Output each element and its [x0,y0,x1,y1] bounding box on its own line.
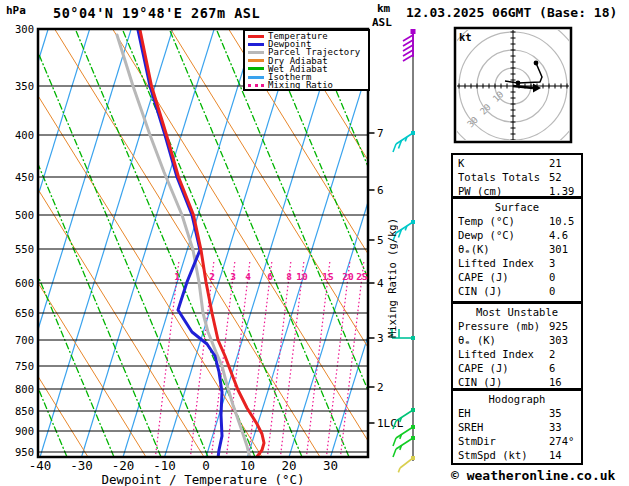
pressure-tick-label: 850 [15,405,34,417]
stat-value: 303 [549,333,568,347]
temp-tick-label: 0 [202,458,210,473]
pressure-tick-label: 550 [15,243,34,255]
pressure-tick-label: 700 [15,334,34,346]
wind-barb [393,131,415,152]
stat-value: 52 [549,170,562,184]
table-title: Hodograph [453,392,581,406]
temp-tick-label: 10 [240,458,255,473]
isotherm-line [0,29,90,457]
legend-item-label: Mixing Ratio [268,81,333,89]
stat-label: K [458,156,549,170]
stat-label: Dewp (°C) [458,228,549,242]
mixing-ratio-axis-label: Mixing Ratio (g/kg) [386,218,398,338]
table-title: Most Unstable [453,305,581,319]
temp-tick-label: -10 [153,458,176,473]
stat-value: 0 [549,270,555,284]
mixing-ratio-label: 6 [267,271,273,282]
stat-label: θₑ(K) [458,242,549,256]
table-row: Temp (°C)10.5 [453,214,581,228]
temp-tick-label: 20 [281,458,296,473]
stat-label: EH [458,406,549,420]
x-axis-title: Dewpoint / Temperature (°C) [38,472,368,486]
table-row: Pressure (mb)925 [453,319,581,333]
stat-value: 16 [549,375,562,389]
legend-line-sample [248,67,264,70]
pressure-tick-label: 800 [15,383,34,395]
credit-line: © weatheronline.co.uk [451,468,615,483]
legend-line-sample [248,51,264,54]
km-tick-label: 2 [377,381,384,394]
km-tick-label: 4 [377,277,384,290]
wet-adiabat-line [28,29,208,457]
stat-label: CAPE (J) [458,270,549,284]
isotherm-line [206,29,339,457]
isotherm-line [0,29,7,457]
legend-line-sample [248,84,264,87]
mixing-ratio-label: 8 [286,271,292,282]
temp-tick-label: 30 [323,458,338,473]
altitude-axis-unit-asl: ASL [372,16,392,29]
legend-item: Mixing Ratio [248,81,368,89]
legend-line-sample [248,35,264,38]
pressure-axis-unit: hPa [6,4,26,17]
stat-value: 274° [549,434,574,448]
hodograph-trace-dot [516,81,521,86]
pressure-tick-label: 900 [15,425,34,437]
surface-table: SurfaceTemp (°C)10.5Dewp (°C)4.6θₑ(K)301… [451,197,583,303]
stat-label: CIN (J) [458,375,549,389]
temp-tick-label: -20 [112,458,135,473]
mixing-ratio-label: 15 [322,271,334,282]
isotherm-line [248,29,381,457]
mixing-ratio-label: 2 [209,271,215,282]
pressure-tick-label: 950 [15,446,34,458]
mixing-ratio-line [226,262,249,457]
temp-tick-label: -30 [70,458,93,473]
hodograph-trace-dot [534,61,539,66]
stat-label: θₑ (K) [458,333,549,347]
table-row: CIN (J)0 [453,284,581,298]
legend: TemperatureDewpointParcel TrajectoryDry … [243,29,370,91]
stat-value: 3 [549,256,555,270]
legend-line-sample [248,59,264,62]
mixing-ratio-label: 1 [174,271,180,282]
stat-label: CIN (J) [458,284,549,298]
mixing-ratio-label: 3 [230,271,236,282]
mixing-ratio-label: 20 [342,271,354,282]
page-title: 50°04'N 19°48'E 267m ASL [53,5,260,21]
pressure-tick-label: 300 [15,23,34,35]
table-row: θₑ (K)303 [453,333,581,347]
stat-value: 33 [549,420,562,434]
wet-adiabat-line [263,29,443,457]
stat-value: 925 [549,319,568,333]
hodograph-table: HodographEH35SREH33StmDir274°StmSpd (kt)… [451,389,583,465]
stat-value: 6 [549,361,555,375]
isotherm-line [82,29,215,457]
table-row: StmDir274° [453,434,581,448]
km-tick-label: 7 [377,127,384,140]
pressure-tick-label: 750 [15,360,34,372]
stat-value: 35 [549,406,562,420]
stat-value: 0 [549,284,555,298]
dewpoint-curve [138,30,222,458]
stat-value: 4.6 [549,228,568,242]
table-title: Surface [453,200,581,214]
pressure-tick-label: 600 [15,277,34,289]
table-row: CAPE (J)6 [453,361,581,375]
stat-label: PW (cm) [458,184,549,198]
table-row: CIN (J)16 [453,375,581,389]
stat-label: SREH [458,420,549,434]
pressure-tick-label: 350 [15,80,34,92]
pressure-tick-label: 650 [15,307,34,319]
stat-value: 21 [549,156,562,170]
table-row: Lifted Index3 [453,256,581,270]
sounding-page: 3003504004505005506006507007508008509009… [0,0,629,486]
stat-value: 14 [549,448,562,462]
table-row: K21 [453,156,581,170]
stat-value: 10.5 [549,214,574,228]
altitude-axis-unit-km: km [377,2,390,15]
wind-barb [398,456,415,472]
legend-line-sample [248,43,264,46]
stat-label: Pressure (mb) [458,319,549,333]
wind-barb [403,29,416,61]
temp-tick-label: -40 [29,458,52,473]
